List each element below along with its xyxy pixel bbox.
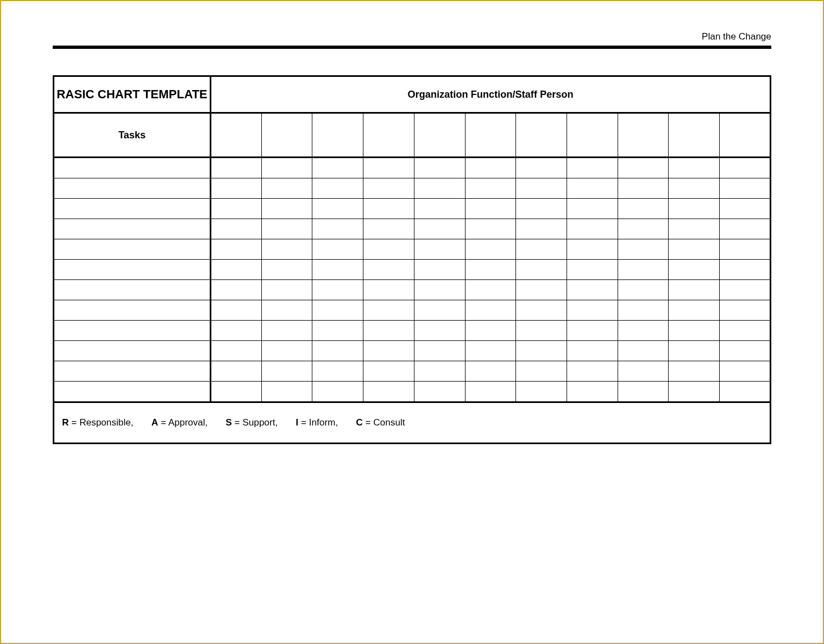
person-col-6	[465, 113, 516, 158]
header-rule	[53, 46, 771, 49]
person-col-10	[669, 113, 720, 158]
person-col-3	[312, 113, 363, 158]
person-col-1	[211, 113, 262, 158]
table-row	[54, 341, 771, 361]
legend-cell: R = Responsible, A = Approval, S = Suppo…	[54, 402, 771, 444]
table-row	[54, 382, 771, 402]
columns-header: Organization Function/Staff Person	[211, 76, 771, 113]
person-col-11	[720, 113, 771, 158]
table-row	[54, 178, 771, 199]
legend-item: I = Inform,	[296, 417, 338, 428]
rasic-table: RASIC CHART TEMPLATE Organization Functi…	[53, 75, 771, 444]
table-row	[54, 321, 771, 341]
person-col-2	[261, 113, 312, 158]
person-col-9	[618, 113, 669, 158]
chart-title: RASIC CHART TEMPLATE	[54, 76, 211, 113]
header-right-text: Plan the Change	[53, 31, 771, 46]
person-col-4	[363, 113, 414, 158]
legend-item: S = Support,	[226, 417, 278, 428]
tasks-header: Tasks	[54, 113, 211, 158]
page-content: Plan the Change RASIC CHART TEMPLATE Org…	[53, 31, 771, 444]
legend-item: R = Responsible,	[62, 417, 133, 428]
rasic-chart: RASIC CHART TEMPLATE Organization Functi…	[53, 75, 771, 444]
legend-item: A = Approval,	[152, 417, 208, 428]
table-row	[54, 260, 771, 280]
legend-item: C = Consult	[356, 417, 405, 428]
person-col-7	[516, 113, 567, 158]
table-row	[54, 199, 771, 219]
table-row	[54, 361, 771, 382]
person-col-8	[567, 113, 618, 158]
legend-row: R = Responsible, A = Approval, S = Suppo…	[54, 402, 771, 444]
table-row	[54, 300, 771, 321]
table-row	[54, 239, 771, 260]
header-row: Tasks	[54, 113, 771, 158]
table-row	[54, 280, 771, 300]
table-row	[54, 219, 771, 239]
title-row: RASIC CHART TEMPLATE Organization Functi…	[54, 76, 771, 113]
table-row	[54, 158, 771, 178]
document-frame: Plan the Change RASIC CHART TEMPLATE Org…	[0, 0, 824, 644]
person-col-5	[414, 113, 465, 158]
